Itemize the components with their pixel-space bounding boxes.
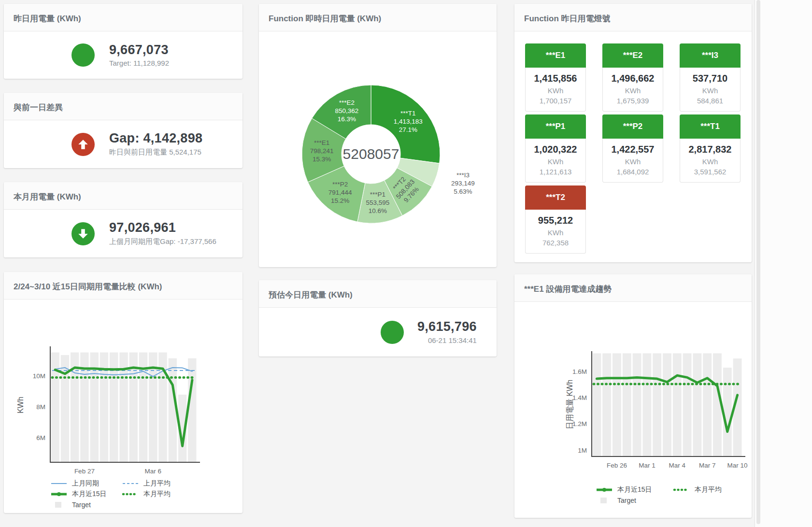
card-title: ***E1 設備用電達成趨勢 [524,285,612,294]
donut-label-I3: ***I3293,1495.63% [451,171,475,195]
light-tile-header: ***T1 [680,114,741,139]
compare-chart-header[interactable]: 2/24~3/10 近15日同期用電量比較 (KWh) [4,272,242,299]
card-title: 2/24~3/10 近15日同期用電量比較 (KWh) [14,282,162,291]
legend-item-本月近15日[interactable]: 本月近15日 [50,489,122,499]
target-bar [593,353,601,456]
target-bar [663,353,671,456]
target-bar [673,353,682,456]
donut-chart-header[interactable]: Function 即時日用電量 (KWh) [259,4,497,31]
trend-chart-header[interactable]: ***E1 設備用電達成趨勢 [514,274,752,302]
light-tile-body: 537,710KWh584,861 [680,68,741,112]
light-tile-E1[interactable]: ***E11,415,856KWh1,700,157 [525,43,586,112]
legend-item-本月平均[interactable]: 本月平均 [122,489,193,499]
card-title: 本月用電量 (KWh) [14,192,81,201]
card-day-gap-header[interactable]: 與前一日差異 [4,93,242,120]
legend-item-本月近15日[interactable]: 本月近15日 [596,484,673,495]
legend-item-本月平均[interactable]: 本月平均 [673,484,750,495]
light-tile-body: 955,212KWh762,358 [525,210,586,254]
light-tile-target: 1,121,613 [527,168,584,176]
x-tick-label: Feb 27 [74,468,95,475]
estimate-stat: 9,615,796 06-21 15:34:41 [259,308,497,356]
light-tile-unit: KWh [604,86,662,95]
target-bar [623,353,631,456]
yesterday-stat: 9,667,073 Target: 11,128,992 [4,31,242,79]
light-tile-value: 1,020,322 [527,144,584,155]
light-tile-header: ***P1 [525,114,586,139]
legend-label: 上月同期 [72,479,99,488]
legend-swatch [673,486,690,493]
legend-label: Target [617,497,636,504]
card-day-gap: 與前一日差異 Gap: 4,142,898 昨日與前日用電量 5,524,175 [4,93,242,168]
card-compare-chart: 2/24~3/10 近15日同期用電量比較 (KWh) 6M8M10MKWhFe… [4,272,242,513]
light-tile-T2[interactable]: ***T2955,212KWh762,358 [525,185,586,254]
light-tile-value: 1,422,557 [604,144,662,155]
card-title: 與前一日差異 [14,103,63,112]
light-tile-target: 1,675,939 [604,97,662,105]
y-tick-label: 1M [578,447,587,454]
card-trend-chart: ***E1 設備用電達成趨勢 1M1.2M1.4M1.6M日用電量 KWhFeb… [514,274,752,518]
target-bar [633,353,641,456]
legend-item-Target[interactable]: Target [50,499,122,510]
light-tile-P1[interactable]: ***P11,020,322KWh1,121,613 [525,114,586,183]
light-tile-header: ***T2 [525,185,586,210]
legend-label: 本月平均 [143,490,171,499]
scrollbar-thumb[interactable] [756,0,760,524]
card-title: 昨日用電量 (KWh) [14,14,81,23]
target-bar [643,353,652,456]
compare-chart: 6M8M10MKWhFeb 27Mar 6 [4,299,239,477]
legend-item-上月平均[interactable]: 上月平均 [122,478,193,489]
y-axis-label: KWh [16,397,25,413]
light-tile-unit: KWh [527,157,584,166]
estimate-header[interactable]: 預估今日用電量 (KWh) [259,280,497,308]
light-tile-I3[interactable]: ***I3537,710KWh584,861 [680,43,741,112]
legend-swatch [50,491,68,498]
card-yesterday-header[interactable]: 昨日用電量 (KWh) [4,4,242,31]
light-tile-T1[interactable]: ***T12,817,832KWh3,591,562 [680,114,741,183]
trend-chart: 1M1.2M1.4M1.6M日用電量 KWhFeb 26Mar 1Mar 4Ma… [514,302,749,472]
light-tile-P2[interactable]: ***P21,422,557KWh1,684,092 [602,114,663,183]
y-tick-label: 8M [36,403,45,411]
light-tile-unit: KWh [527,228,584,237]
target-bar [602,353,611,456]
light-tile-target: 1,684,092 [604,168,662,176]
trend-chart-legend: 本月近15日本月平均Target [596,484,755,506]
red-up-arrow-icon [71,133,95,156]
x-tick-label: Mar 10 [727,462,748,469]
card-title: Function 昨日用電燈號 [524,14,610,23]
card-title: Function 即時日用電量 (KWh) [269,14,381,23]
light-tile-unit: KWh [604,157,662,166]
target-bar [188,358,196,462]
scrollbar-track [755,0,812,527]
stat-value: Gap: 4,142,898 [109,131,202,146]
lights-grid: ***E11,415,856KWh1,700,157***E21,496,662… [514,31,752,254]
light-tile-unit: KWh [681,157,739,166]
light-tile-header: ***P2 [602,114,663,139]
compare-chart-legend: 上月同期上月平均本月近15日本月平均Target [50,478,195,510]
month-stat: 97,026,961 上個月同期用電Gap: -17,377,566 [4,210,242,257]
card-lights: Function 昨日用電燈號 ***E11,415,856KWh1,700,1… [514,4,752,262]
lights-header[interactable]: Function 昨日用電燈號 [514,4,752,31]
light-tile-body: 1,415,856KWh1,700,157 [525,68,586,112]
x-tick-label: Mar 1 [639,462,655,469]
stat-value: 9,615,796 [417,320,477,334]
light-tile-body: 1,020,322KWh1,121,613 [525,139,586,183]
legend-label: 本月近15日 [72,490,107,499]
green-status-circle [381,321,404,344]
y-axis-label: 日用電量 KWh [566,380,574,429]
y-tick-label: 1.2M [572,420,587,427]
x-tick-label: Mar 4 [669,462,686,469]
legend-item-Target[interactable]: Target [596,495,673,506]
legend-item-上月同期[interactable]: 上月同期 [50,478,122,489]
green-status-circle [71,43,95,67]
stat-value: 97,026,961 [109,221,216,235]
light-tile-E2[interactable]: ***E21,496,662KWh1,675,939 [602,43,663,112]
donut-chart: ***T11,413,18327.1%***I3293,1495.63%***T… [259,31,497,266]
day-gap-stat: Gap: 4,142,898 昨日與前日用電量 5,524,175 [4,120,242,168]
legend-swatch [50,501,68,508]
legend-swatch [122,491,139,498]
target-bar [703,353,712,456]
light-tile-value: 537,710 [681,73,739,84]
card-month-header[interactable]: 本月用電量 (KWh) [4,182,242,210]
x-tick-label: Feb 26 [607,462,627,469]
x-tick-label: Mar 6 [145,468,162,475]
